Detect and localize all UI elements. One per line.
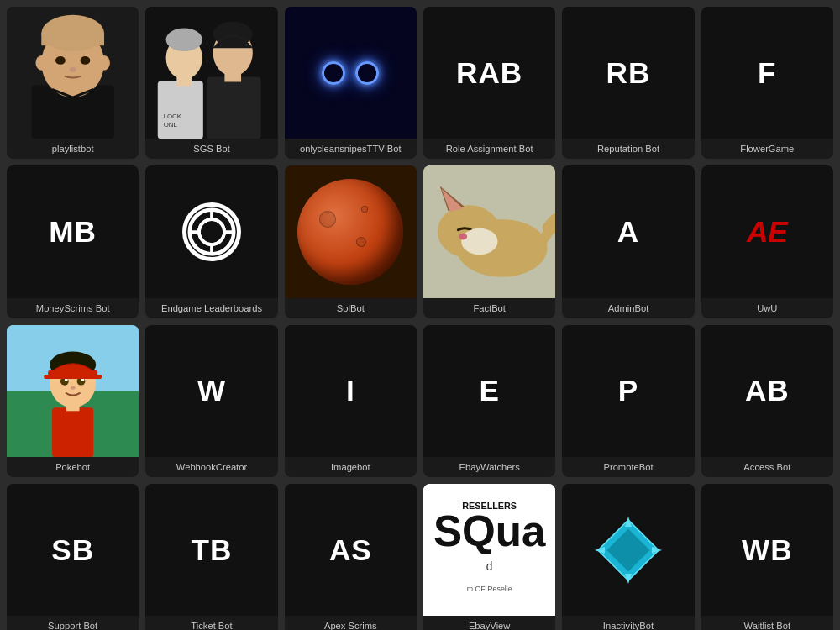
bot-label: SolBot xyxy=(285,298,417,318)
bot-label: Ticket Bot xyxy=(145,616,277,630)
svg-text:SQua: SQua xyxy=(433,507,546,555)
bot-label: EbayWatchers xyxy=(423,457,555,477)
bot-label: FlowerGame xyxy=(701,139,833,159)
bot-label: Reputation Bot xyxy=(562,139,694,159)
svg-point-8 xyxy=(55,56,66,65)
svg-text:LOCK: LOCK xyxy=(164,113,182,120)
bot-initials: E xyxy=(479,374,499,407)
bot-card-playlistbot[interactable]: playlistbot xyxy=(7,7,139,159)
svg-text:m OF Reselle: m OF Reselle xyxy=(467,585,512,593)
bot-label: InactivityBot xyxy=(562,616,694,630)
bot-initials: P xyxy=(618,374,638,407)
bot-initials: RAB xyxy=(456,56,522,90)
uwu-logo: AE xyxy=(747,215,788,249)
bot-card-accessbot[interactable]: AB Access Bot xyxy=(701,325,833,477)
mars-planet xyxy=(297,179,403,285)
bot-card-mb[interactable]: MB MoneyScrims Bot xyxy=(7,165,139,318)
bot-card-webhookcreator[interactable]: W WebhookCreator xyxy=(145,325,277,477)
bot-label: Imagebot xyxy=(285,457,417,477)
svg-rect-12 xyxy=(158,81,203,139)
bot-grid: playlistbot LOCK ONL SGS Bo xyxy=(0,0,840,630)
bot-card-ebayview[interactable]: RESELLERS SQua d m OF Reselle EbayView xyxy=(423,484,555,630)
svg-rect-5 xyxy=(41,33,104,45)
bot-label: WebhookCreator xyxy=(145,457,277,477)
bot-label: Pokebot xyxy=(7,457,139,477)
bot-label: Access Bot xyxy=(701,457,833,477)
bot-card-adminbot[interactable]: A AdminBot xyxy=(562,165,694,318)
bot-card-factbot[interactable]: FactBot xyxy=(423,165,555,318)
svg-point-29 xyxy=(461,228,497,255)
bot-card-supportbot[interactable]: SB Support Bot xyxy=(7,484,139,630)
bot-label: Support Bot xyxy=(7,616,139,630)
bot-label: EbayView xyxy=(423,616,555,630)
bot-card-pokebot[interactable]: Pokebot xyxy=(7,325,139,477)
bot-initials: I xyxy=(346,374,355,407)
eyes-icon xyxy=(322,61,379,85)
bot-card-inactivitybot[interactable]: InactivityBot xyxy=(562,484,694,630)
bot-card-rb[interactable]: RB Reputation Bot xyxy=(562,7,694,159)
bot-card-ebaywatchers[interactable]: E EbayWatchers xyxy=(423,325,555,477)
bot-card-endgame[interactable]: Endgame Leaderboards xyxy=(145,165,277,318)
bot-label: Waitlist Bot xyxy=(701,616,833,630)
bot-card-promotebot[interactable]: P PromoteBot xyxy=(562,325,694,477)
svg-text:ONL: ONL xyxy=(164,121,178,129)
bot-initials: AS xyxy=(329,533,372,567)
bot-card-onlycleansnipes[interactable]: onlycleansnipesTTV Bot xyxy=(285,7,417,159)
bot-label: Role Assignment Bot xyxy=(423,139,555,159)
bot-card-apexscrims[interactable]: AS Apex Scrims xyxy=(285,484,417,630)
bot-label: MoneyScrims Bot xyxy=(7,298,139,318)
bot-label: SGS Bot xyxy=(145,139,277,159)
bot-label: FactBot xyxy=(423,298,555,318)
endgame-logo xyxy=(182,202,241,261)
bot-initials: F xyxy=(758,56,777,90)
bot-label: UwU xyxy=(701,298,833,318)
bot-initials: A xyxy=(617,215,639,249)
svg-rect-43 xyxy=(44,375,102,379)
bot-label: playlistbot xyxy=(7,139,139,159)
svg-point-6 xyxy=(35,55,47,71)
bot-card-imagebot[interactable]: I Imagebot xyxy=(285,325,417,477)
bot-label: Apex Scrims xyxy=(285,616,417,630)
svg-point-30 xyxy=(459,234,467,240)
bot-label: onlycleansnipesTTV Bot xyxy=(285,139,417,159)
bot-initials: MB xyxy=(49,215,97,249)
bot-card-waitlistbot[interactable]: WB Waitlist Bot xyxy=(701,484,833,630)
svg-rect-16 xyxy=(207,77,261,139)
bot-initials: W xyxy=(197,374,226,407)
bot-initials: AB xyxy=(745,374,790,407)
bot-initials: WB xyxy=(742,533,793,567)
bot-initials: RB xyxy=(606,56,651,90)
bot-card-sgsbot[interactable]: LOCK ONL SGS Bot xyxy=(145,7,277,159)
svg-point-7 xyxy=(98,55,110,71)
diamond-icon xyxy=(595,517,662,584)
bot-card-ticketbot[interactable]: TB Ticket Bot xyxy=(145,484,277,630)
svg-rect-33 xyxy=(52,407,93,457)
bot-initials: SB xyxy=(51,533,94,567)
bot-initials: TB xyxy=(192,533,233,567)
svg-point-41 xyxy=(71,386,76,389)
bot-label: PromoteBot xyxy=(562,457,694,477)
svg-point-15 xyxy=(166,29,202,52)
bot-card-solbot[interactable]: SolBot xyxy=(285,165,417,318)
bot-card-f[interactable]: F FlowerGame xyxy=(701,7,833,159)
bot-label: AdminBot xyxy=(562,298,694,318)
svg-point-10 xyxy=(70,67,76,72)
bot-card-uwu[interactable]: AE UwU xyxy=(701,165,833,318)
bot-card-rab[interactable]: RAB Role Assignment Bot xyxy=(423,7,555,159)
svg-point-9 xyxy=(81,56,91,65)
bot-label: Endgame Leaderboards xyxy=(145,298,277,318)
svg-text:d: d xyxy=(486,560,493,573)
